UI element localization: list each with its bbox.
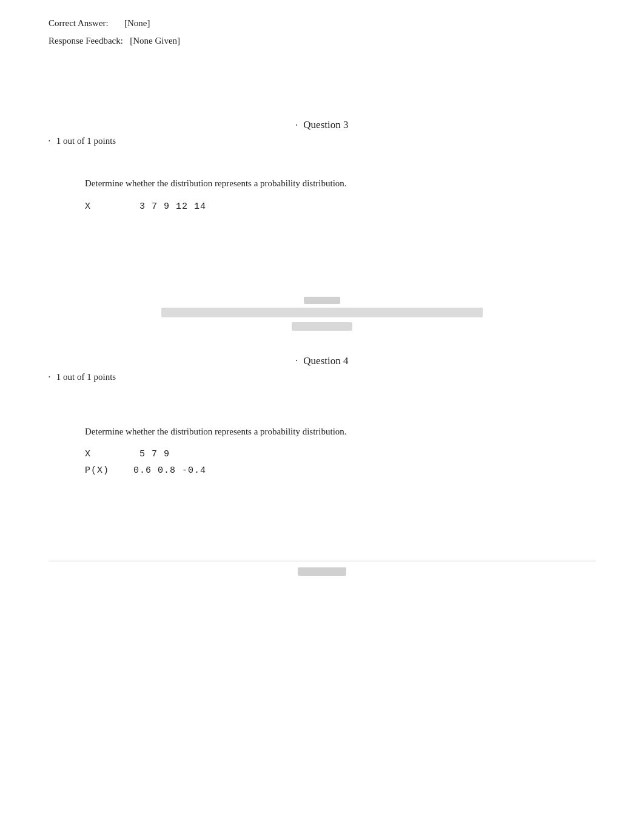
question3-header: • Question 3 <box>49 119 595 131</box>
question4-points-line: • 1 out of 1 points <box>49 372 595 382</box>
question4-points: 1 out of 1 points <box>56 372 116 382</box>
question4-x-values: 5 7 9 <box>139 449 170 459</box>
response-feedback-line: Response Feedback: [None Given] <box>49 36 595 46</box>
question3-image-area <box>49 224 595 297</box>
question4-table-x: X 5 7 9 <box>85 449 595 459</box>
correct-answer-value: [None] <box>124 18 150 28</box>
question3-header-bullet: • <box>296 123 298 128</box>
bottom-gray-bar <box>298 567 346 576</box>
question3-gray-bar-top <box>304 297 340 304</box>
question3-x-values: 3 7 9 12 14 <box>139 201 206 212</box>
question3-table-x: X 3 7 9 12 14 <box>85 201 595 212</box>
question4-points-bullet: • <box>49 374 50 380</box>
question3-main-bar <box>161 308 483 317</box>
response-feedback-label: Response Feedback: <box>49 36 123 46</box>
response-feedback-value: [None Given] <box>130 36 180 46</box>
question3-divider-area <box>49 308 595 317</box>
question3-points-line: • 1 out of 1 points <box>49 136 595 146</box>
spacer2 <box>49 95 595 119</box>
question4-x-label: X <box>85 449 91 459</box>
question4-prompt: Determine whether the distribution repre… <box>85 425 595 439</box>
question4-title: Question 4 <box>303 355 348 367</box>
spacer5 <box>49 401 595 425</box>
spacer3 <box>49 164 595 177</box>
question4-px-label: P(X) <box>85 465 109 476</box>
question3-title: Question 3 <box>303 119 348 131</box>
question3-gray-bar-bottom <box>292 322 352 331</box>
question3-prompt: Determine whether the distribution repre… <box>85 177 595 191</box>
question4-px-values: 0.6 0.8 -0.4 <box>133 465 206 476</box>
question3-gray-top <box>49 297 595 304</box>
question3-points: 1 out of 1 points <box>56 136 116 146</box>
question3-points-bullet: • <box>49 138 50 144</box>
question4-table-px: P(X) 0.6 0.8 -0.4 <box>85 465 595 476</box>
question4-body: Determine whether the distribution repre… <box>49 425 595 476</box>
bottom-bar-area <box>49 567 595 576</box>
question3-body: Determine whether the distribution repre… <box>49 177 595 212</box>
spacer4 <box>49 343 595 355</box>
question4-image-area <box>49 488 595 549</box>
question3-x-label: X <box>85 201 91 212</box>
question3-gray-bottom <box>49 322 595 331</box>
spacer1 <box>49 70 595 95</box>
question4-header: • Question 4 <box>49 355 595 367</box>
bottom-divider <box>49 561 595 561</box>
correct-answer-label: Correct Answer: <box>49 18 109 28</box>
question4-header-bullet: • <box>296 358 298 363</box>
correct-answer-section: Correct Answer: [None] Response Feedback… <box>49 18 595 46</box>
correct-answer-line: Correct Answer: [None] <box>49 18 595 29</box>
page-container: Correct Answer: [None] Response Feedback… <box>0 18 644 576</box>
